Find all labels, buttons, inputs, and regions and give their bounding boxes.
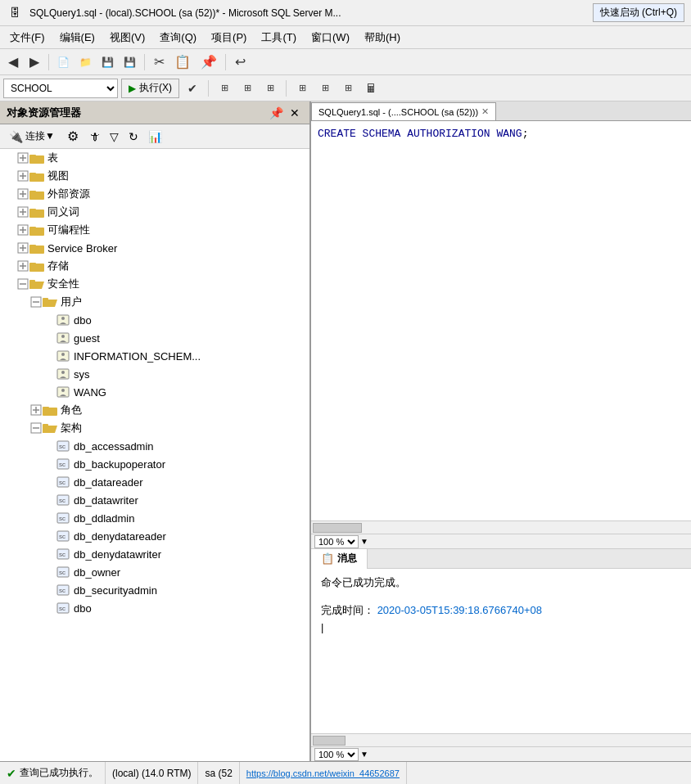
tree-item[interactable]: INFORMATION_SCHEM... <box>0 347 309 365</box>
menu-project[interactable]: 项目(P) <box>205 28 253 47</box>
menu-edit[interactable]: 编辑(E) <box>53 28 102 47</box>
expand-icon[interactable] <box>16 223 29 237</box>
query-tab-active[interactable]: SQLQuery1.sql - (....SCHOOL (sa (52))) ✕ <box>311 102 496 120</box>
menu-window[interactable]: 窗口(W) <box>305 28 356 47</box>
tree-item[interactable]: scdb_owner <box>0 563 309 581</box>
editor-scroll-h[interactable] <box>311 520 691 534</box>
tree-item[interactable]: 可编程性 <box>0 221 309 239</box>
menu-query[interactable]: 查询(Q) <box>153 28 203 47</box>
expand-icon[interactable] <box>43 602 56 615</box>
tree-item[interactable]: scdb_datawriter <box>0 491 309 509</box>
expand-icon[interactable] <box>43 529 56 543</box>
tree-item[interactable]: 视图 <box>0 167 309 185</box>
tree-item[interactable]: 同义词 <box>0 203 309 221</box>
results-zoom-arrow[interactable]: ▼ <box>360 750 368 759</box>
parse-button[interactable]: ✔ <box>183 78 202 99</box>
tree-item[interactable]: scdb_ddladmin <box>0 509 309 527</box>
calculator-button[interactable]: 🖩 <box>361 78 381 99</box>
tree-item[interactable]: Service Broker <box>0 239 309 257</box>
tree-item[interactable]: 外部资源 <box>0 185 309 203</box>
expand-icon[interactable] <box>43 475 56 489</box>
zoom-arrow[interactable]: ▼ <box>360 537 368 546</box>
status-link-item[interactable]: https://blog.csdn.net/weixin_44652687 <box>240 762 407 784</box>
tree-item[interactable]: scdb_securityadmin <box>0 581 309 599</box>
expand-icon[interactable] <box>16 277 29 291</box>
tree-item[interactable]: guest <box>0 329 309 347</box>
extra-btn2[interactable]: ⊞ <box>315 78 335 99</box>
menu-file[interactable]: 文件(F) <box>3 28 52 47</box>
expand-icon[interactable] <box>29 421 43 435</box>
tree-item[interactable]: 表 <box>0 149 309 167</box>
expand-icon[interactable] <box>43 313 56 327</box>
pin-button[interactable]: 📌 <box>266 105 287 121</box>
tree-item[interactable]: WANG <box>0 383 309 401</box>
tree-item[interactable]: scdbo <box>0 599 309 617</box>
open-button[interactable]: 📁 <box>75 52 96 73</box>
activity-button[interactable]: 📊 <box>145 128 165 145</box>
tree-item[interactable]: scdb_denydatawriter <box>0 545 309 563</box>
sync-button[interactable]: ↻ <box>125 128 142 145</box>
filter2-button[interactable]: ▽ <box>106 128 122 145</box>
refresh-button[interactable]: 🗡 <box>85 128 103 145</box>
expand-icon[interactable] <box>16 259 29 273</box>
include-stats-button[interactable]: ⊞ <box>237 78 257 99</box>
paste-button[interactable]: 📌 <box>196 52 221 73</box>
execute-button[interactable]: ▶ 执行(X) <box>121 79 179 98</box>
tree-item[interactable]: scdb_datareader <box>0 473 309 491</box>
tree-item[interactable]: 存储 <box>0 257 309 275</box>
tree-item[interactable]: 架构 <box>0 419 309 437</box>
expand-icon[interactable] <box>43 331 56 345</box>
expand-icon[interactable] <box>43 547 56 561</box>
menu-tools[interactable]: 工具(T) <box>255 28 303 47</box>
expand-icon[interactable] <box>43 367 56 381</box>
expand-icon[interactable] <box>16 169 29 182</box>
menu-help[interactable]: 帮助(H) <box>358 28 407 47</box>
results-zoom-selector[interactable]: 100 % <box>314 748 359 761</box>
undo-button[interactable]: ↩ <box>230 52 250 73</box>
close-panel-button[interactable]: ✕ <box>287 105 303 121</box>
results-grid-button[interactable]: ⊞ <box>260 78 280 99</box>
expand-icon[interactable] <box>43 385 56 399</box>
quick-launch[interactable]: 快速启动 (Ctrl+Q) <box>593 3 684 22</box>
include-plan-button[interactable]: ⊞ <box>215 78 234 99</box>
results-scroll-h[interactable] <box>311 733 691 746</box>
expand-icon[interactable] <box>43 439 56 453</box>
expand-icon[interactable] <box>43 349 56 363</box>
expand-icon[interactable] <box>43 457 56 471</box>
expand-icon[interactable] <box>16 187 29 201</box>
save-button[interactable]: 💾 <box>97 52 118 73</box>
tree-item[interactable]: 用户 <box>0 293 309 311</box>
tree-item[interactable]: dbo <box>0 311 309 329</box>
cut-button[interactable]: ✂ <box>149 52 169 73</box>
menu-view[interactable]: 视图(V) <box>103 28 151 47</box>
connect-button[interactable]: 🔌 连接▼ <box>3 127 61 146</box>
copy-button[interactable]: 📋 <box>170 52 195 73</box>
expand-icon[interactable] <box>16 241 29 255</box>
expand-icon[interactable] <box>43 511 56 525</box>
zoom-selector[interactable]: 100 % <box>314 535 359 548</box>
tree-area[interactable]: 表视图外部资源同义词可编程性Service Broker存储安全性用户 dbo … <box>0 149 309 761</box>
close-query-tab[interactable]: ✕ <box>481 106 489 117</box>
query-editor[interactable]: CREATE SCHEMA AUTHORIZATION WANG; <box>311 121 691 520</box>
forward-button[interactable]: ▶ <box>25 52 44 73</box>
expand-icon[interactable] <box>43 493 56 507</box>
expand-icon[interactable] <box>43 583 56 597</box>
expand-icon[interactable] <box>43 565 56 579</box>
tree-item[interactable]: 安全性 <box>0 275 309 293</box>
save-all-button[interactable]: 💾 <box>120 52 140 73</box>
expand-icon[interactable] <box>29 403 43 417</box>
database-selector[interactable]: SCHOOL <box>3 79 118 98</box>
new-query-button[interactable]: 📄 <box>53 52 74 73</box>
tree-item[interactable]: scdb_accessadmin <box>0 437 309 455</box>
expand-icon[interactable] <box>29 295 43 309</box>
extra-btn1[interactable]: ⊞ <box>292 78 312 99</box>
tree-item[interactable]: scdb_backupoperator <box>0 455 309 473</box>
messages-tab[interactable]: 📋 消息 <box>311 549 368 569</box>
expand-icon[interactable] <box>16 205 29 219</box>
filter-button[interactable]: ⚙ <box>64 127 82 146</box>
csdn-link[interactable]: https://blog.csdn.net/weixin_44652687 <box>246 768 400 778</box>
back-button[interactable]: ◀ <box>3 52 23 73</box>
tree-item[interactable]: sys <box>0 365 309 383</box>
expand-icon[interactable] <box>16 151 29 164</box>
extra-btn3[interactable]: ⊞ <box>338 78 358 99</box>
